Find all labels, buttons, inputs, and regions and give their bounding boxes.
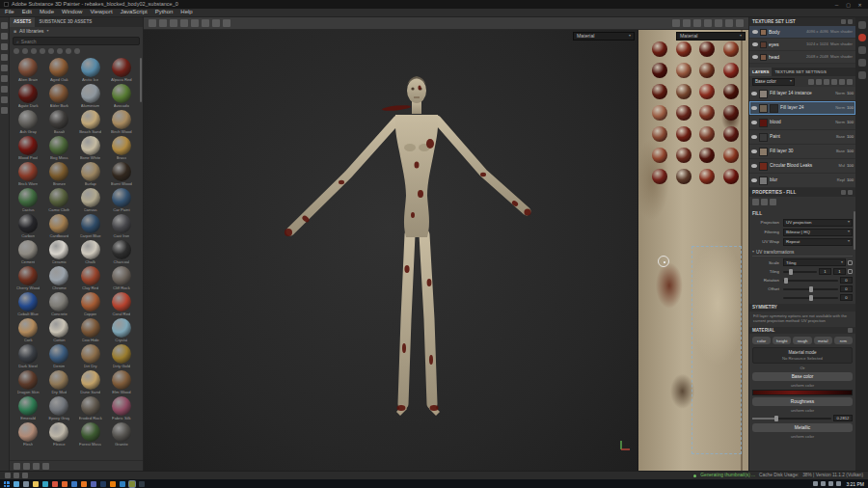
projection-select[interactable]: UV projection▾ [783,219,853,227]
material-item[interactable]: Bronze [43,162,74,188]
blood-material-thumbnail[interactable] [676,84,692,99]
layer-opacity[interactable]: 100 [847,105,854,110]
material-item[interactable]: Clay Red [75,266,106,292]
taskbar-firefox[interactable] [62,481,68,487]
blood-material-thumbnail[interactable] [723,84,739,99]
channel-color[interactable]: color [752,337,771,344]
snapshot-icon[interactable] [693,19,701,27]
material-item[interactable]: Cotton [43,318,74,344]
fullscreen-icon[interactable] [736,19,744,27]
material-item[interactable]: Concrete [43,292,74,318]
blood-material-thumbnail[interactable] [652,84,667,99]
taskbar-steam[interactable] [100,481,106,487]
texture-set-row[interactable]: head2048 x 2048Main shader [749,51,855,64]
blood-material-thumbnail[interactable] [723,105,739,121]
viewport-3d[interactable]: Material ▾ [144,30,637,471]
view2d-shading-select[interactable]: Material ▾ [676,32,746,41]
blood-material-thumbnail[interactable] [652,105,667,121]
material-item[interactable]: Cliff Rock [106,266,137,292]
symmetry-section-header[interactable]: SYMMETRY [749,304,855,312]
blood-material-thumbnail[interactable] [699,84,715,99]
blood-material-thumbnail[interactable] [652,126,667,142]
material-item[interactable]: Alder Bark [43,84,74,110]
uv-wrap-select[interactable]: Repeat▾ [783,238,853,246]
material-item[interactable]: Arctic Ice [75,58,106,84]
camera-icon[interactable] [683,19,691,27]
taskbar-task-view[interactable] [23,481,29,487]
material-item[interactable]: Coral Red [106,292,137,318]
clone-tool-icon[interactable] [1,75,8,82]
blood-material-thumbnail[interactable] [723,41,739,57]
shadow-toggle-icon[interactable] [725,19,733,27]
channel-nrm[interactable]: nrm [834,337,853,344]
layer-opacity[interactable]: 100 [847,177,854,182]
material-item[interactable]: Elm Wood [106,370,137,396]
taskbar-photoshop[interactable] [120,481,125,487]
resources-icon[interactable] [22,473,28,478]
layer-opacity[interactable]: 100 [847,134,854,139]
filter-filters-icon[interactable] [74,48,80,54]
material-item[interactable]: Agate Dark [13,84,43,110]
geometry-mask-icon[interactable] [223,19,231,27]
material-item[interactable]: Basalt [43,110,74,136]
layer-blend-mode[interactable]: Norm [835,106,845,111]
material-item[interactable]: Brass [106,136,137,162]
material-item[interactable]: Alpaca Red [106,58,137,84]
minimize-button[interactable]: ─ [832,2,841,8]
menu-window[interactable]: Window [62,9,82,15]
material-item[interactable]: Carbon [13,214,43,240]
material-item[interactable]: Brick Worn [13,162,43,188]
layer-blend-mode[interactable]: Norm [835,121,845,125]
material-item[interactable]: Blood Pool [13,136,43,162]
blood-material-thumbnail[interactable] [652,169,667,184]
layer-row[interactable]: Circular Blood LeaksMul100 [749,159,855,174]
add-effect-icon[interactable] [816,79,822,85]
paint-tool-icon[interactable] [1,22,8,29]
log-icon[interactable] [14,473,19,478]
add-fill-layer-icon[interactable] [831,79,837,85]
taskbar-substance-painter[interactable] [129,481,135,487]
layer-opacity[interactable]: 100 [847,163,854,168]
display-settings-icon[interactable] [858,59,866,67]
layer-row[interactable]: bloodNorm100 [749,116,855,130]
material-ball-icon[interactable] [858,34,866,41]
taskbar-photos[interactable] [71,481,77,487]
filter-smart-materials-icon[interactable] [31,48,37,54]
material-item[interactable]: Chrome [43,266,74,292]
material-item[interactable]: Granite [106,422,137,448]
taskbar-clock[interactable]: 3:21 PM [844,481,864,487]
tiling-value-y[interactable]: 1 [833,268,846,275]
material-item[interactable]: Fleece [43,422,74,448]
blood-material-thumbnail[interactable] [652,148,667,163]
visibility-icon[interactable] [752,30,758,34]
material-item[interactable]: Alien Brain [13,58,43,84]
material-item[interactable]: Bog Moss [43,136,74,162]
taskbar-chrome[interactable] [52,481,58,487]
list-view-icon[interactable] [23,463,30,470]
filter-all-icon[interactable] [14,48,19,54]
menu-javascript[interactable]: JavaScript [121,9,148,15]
material-item[interactable]: Forest Moss [75,422,106,448]
material-item[interactable]: Dirty Gold [106,344,137,370]
material-item[interactable]: Aluminium [75,84,106,110]
material-item[interactable]: Cow Hide [75,318,106,344]
material-item[interactable]: Cobalt Blue [13,292,43,318]
taskbar-edge[interactable] [42,481,48,487]
slider-handle[interactable] [789,269,793,275]
taskbar-start-button[interactable] [4,481,10,487]
layer-blend-mode[interactable]: Mul [839,164,845,169]
rotate-view-icon[interactable] [704,19,712,27]
transform-icon[interactable] [149,19,156,27]
material-item[interactable]: Cast Iron [106,214,137,240]
menu-file[interactable]: File [5,9,14,15]
add-paint-layer-icon[interactable] [824,79,829,85]
eraser-tool-icon[interactable] [1,33,8,40]
volume-icon[interactable] [828,481,833,486]
character-model[interactable] [144,30,637,471]
material-item[interactable]: Cherry Wood [13,266,43,292]
delete-layer-icon[interactable] [847,79,853,85]
add-folder-icon[interactable] [839,79,845,85]
roughness-slider[interactable] [752,418,831,420]
tiling-value-x[interactable]: 1 [819,268,831,275]
menu-help[interactable]: Help [180,9,192,15]
